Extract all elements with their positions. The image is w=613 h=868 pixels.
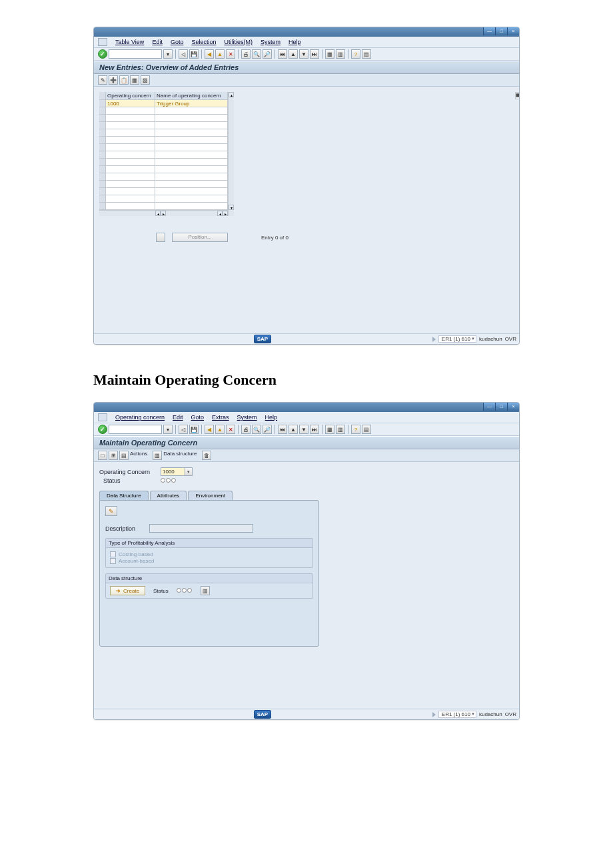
column-header-operating-concern[interactable]: Operating concern	[106, 92, 155, 100]
menu-goto[interactable]: Goto	[191, 414, 205, 421]
delete-icon[interactable]: 🗑	[202, 451, 211, 460]
next-page-icon[interactable]: ▼	[299, 425, 308, 434]
table-row[interactable]	[99, 107, 228, 115]
find-next-icon[interactable]: 🔎	[263, 425, 272, 434]
tree-icon[interactable]: ⊞	[109, 451, 118, 460]
shortcut-icon[interactable]: ▥	[336, 425, 345, 434]
last-page-icon[interactable]: ⏭	[310, 49, 319, 59]
menu-table-view[interactable]: Table View	[115, 39, 144, 45]
new-session-icon[interactable]: ▦	[325, 49, 334, 59]
horizontal-scrollbar[interactable]: ◂▸ ◂▸	[99, 210, 228, 216]
vertical-scrollbar[interactable]: ▴ ▾	[228, 92, 234, 216]
table-row[interactable]	[99, 166, 228, 173]
table-row[interactable]: 1000 Trigger Group	[99, 100, 228, 107]
cancel-button[interactable]: ✕	[226, 49, 235, 59]
dropdown-icon[interactable]: ▾	[163, 49, 173, 59]
window-minimize[interactable]: —	[483, 27, 495, 35]
window-maximize[interactable]: □	[495, 27, 507, 35]
table-settings-icon[interactable]: ▦	[515, 92, 520, 99]
table-row[interactable]	[99, 151, 228, 159]
table-row[interactable]	[99, 159, 228, 166]
display-change-icon[interactable]: ✎	[105, 506, 117, 516]
first-page-icon[interactable]: ⏮	[278, 425, 287, 434]
operating-concern-input[interactable]: 1000	[161, 467, 185, 476]
table-row[interactable]	[99, 122, 228, 129]
table-row[interactable]	[99, 195, 228, 203]
table-row[interactable]	[99, 144, 228, 151]
menu-goto[interactable]: Goto	[171, 39, 184, 45]
menu-utilities[interactable]: Utilities(M)	[224, 39, 253, 45]
menu-selection[interactable]: Selection	[191, 39, 216, 45]
back-button[interactable]: ◀	[205, 49, 214, 59]
table-row[interactable]	[99, 173, 228, 181]
menu-system[interactable]: System	[261, 39, 281, 45]
deselect-icon[interactable]: ▦	[130, 75, 139, 85]
help-icon[interactable]: ?	[351, 49, 360, 59]
layout-icon[interactable]: ▤	[362, 425, 371, 434]
command-field[interactable]	[109, 425, 162, 434]
help-icon[interactable]: ?	[351, 425, 360, 434]
layout-icon[interactable]: ▤	[362, 49, 371, 59]
cell-name[interactable]: Trigger Group	[155, 100, 228, 107]
account-based-checkbox[interactable]: Account-based	[110, 558, 308, 564]
window-minimize[interactable]: —	[483, 403, 495, 411]
row-selector[interactable]	[99, 100, 106, 107]
window-close[interactable]: ×	[507, 403, 519, 411]
costing-based-checkbox[interactable]: Costing-based	[110, 551, 308, 557]
position-icon[interactable]	[156, 233, 165, 242]
table-row[interactable]	[99, 188, 228, 195]
change-display-icon[interactable]: ✎	[98, 75, 107, 85]
save-icon[interactable]: 💾	[189, 425, 199, 434]
back-icon[interactable]: ◁	[179, 49, 188, 59]
menu-operating-concern[interactable]: Operating concern	[115, 414, 165, 421]
select-all-icon[interactable]: ▧	[141, 75, 150, 85]
description-input[interactable]	[149, 524, 253, 533]
menu-icon[interactable]	[98, 413, 107, 421]
create-icon[interactable]: □	[98, 451, 107, 460]
back-button[interactable]: ◀	[205, 425, 214, 434]
position-button[interactable]: Position...	[172, 233, 228, 242]
table-row[interactable]	[99, 115, 228, 122]
system-info[interactable]: ER1 (1) 610	[438, 711, 476, 718]
new-session-icon[interactable]: ▦	[325, 425, 334, 434]
menu-extras[interactable]: Extras	[212, 414, 229, 421]
actions-icon[interactable]: ▤	[119, 451, 129, 460]
enter-button[interactable]: ✓	[98, 49, 107, 59]
menu-edit[interactable]: Edit	[173, 414, 183, 421]
menu-edit[interactable]: Edit	[152, 39, 163, 45]
menu-help[interactable]: Help	[265, 414, 278, 421]
cell-operating-concern[interactable]: 1000	[106, 100, 155, 107]
first-page-icon[interactable]: ⏮	[278, 49, 287, 59]
status-expand-icon[interactable]	[432, 712, 436, 717]
dropdown-icon[interactable]: ▾	[163, 425, 173, 434]
ds-detail-icon[interactable]: ▥	[201, 586, 210, 595]
table-row[interactable]	[99, 129, 228, 137]
status-expand-icon[interactable]	[432, 337, 436, 342]
print-icon[interactable]: 🖨	[241, 425, 251, 434]
save-icon[interactable]: 💾	[189, 49, 199, 59]
menu-help[interactable]: Help	[289, 39, 301, 45]
print-icon[interactable]: 🖨	[241, 49, 251, 59]
f4-help-icon[interactable]: ▾	[185, 467, 193, 476]
table-row[interactable]	[99, 181, 228, 188]
copy-icon[interactable]: 📋	[119, 75, 129, 85]
table-row[interactable]	[99, 137, 228, 144]
last-page-icon[interactable]: ⏭	[310, 425, 319, 434]
menu-icon[interactable]	[98, 38, 107, 46]
exit-button[interactable]: ▲	[215, 425, 225, 434]
new-entries-icon[interactable]: ➕	[109, 75, 118, 85]
find-icon[interactable]: 🔍	[252, 425, 261, 434]
data-structure-icon[interactable]: ▥	[153, 451, 162, 460]
enter-button[interactable]: ✓	[98, 425, 107, 434]
prev-page-icon[interactable]: ▲	[289, 49, 298, 59]
tab-environment[interactable]: Environment	[188, 491, 233, 500]
system-info[interactable]: ER1 (1) 610	[438, 335, 476, 343]
back-icon[interactable]: ◁	[179, 425, 188, 434]
find-icon[interactable]: 🔍	[252, 49, 261, 59]
next-page-icon[interactable]: ▼	[299, 49, 308, 59]
cancel-button[interactable]: ✕	[226, 425, 235, 434]
window-close[interactable]: ×	[507, 27, 519, 35]
shortcut-icon[interactable]: ▥	[336, 49, 345, 59]
find-next-icon[interactable]: 🔎	[263, 49, 272, 59]
column-header-name[interactable]: Name of operating concern	[155, 92, 228, 100]
